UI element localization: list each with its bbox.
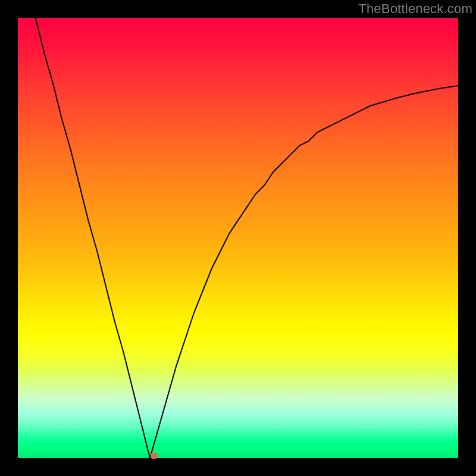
chart-frame: TheBottleneck.com <box>0 0 476 476</box>
bottleneck-curve <box>18 18 458 458</box>
bottleneck-marker <box>151 453 158 459</box>
watermark-text: TheBottleneck.com <box>358 1 472 17</box>
plot-area <box>18 18 458 458</box>
